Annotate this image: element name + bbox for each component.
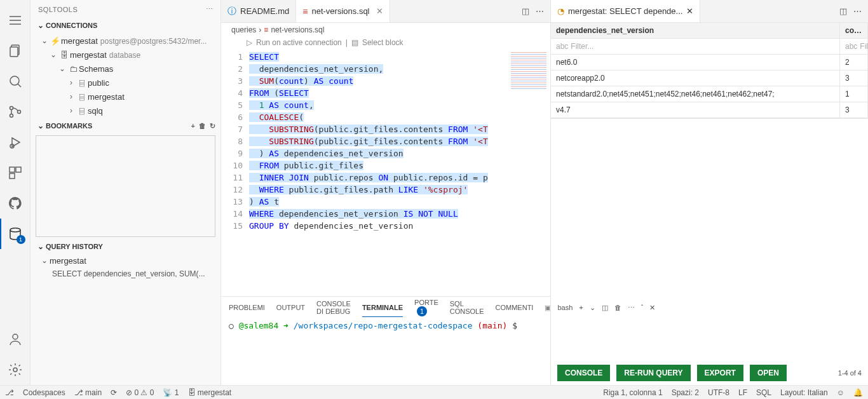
status-db[interactable]: 🗄 mergestat (188, 388, 232, 397)
sql-file-icon: ≡ (264, 25, 268, 34)
activity-bar: 1 (0, 0, 31, 385)
breadcrumb[interactable]: queries › ≡ net-versions.sql (221, 23, 550, 37)
chevron-down-icon: ⌄ (36, 21, 46, 30)
extensions-icon[interactable] (0, 158, 31, 188)
more-icon[interactable]: ⋯ (206, 5, 214, 13)
bookmarks-empty (36, 135, 215, 237)
tree-schema-sqlq[interactable]: › ⌸ sqlq (31, 104, 220, 118)
tree-connection[interactable]: ⌄ ⚡ mergestatpostgres@postgres:5432/mer.… (31, 34, 220, 48)
tab-sql-console[interactable]: SQL CONSOLE (450, 295, 484, 320)
tab-terminale[interactable]: TERMINALE (362, 299, 403, 317)
section-bookmarks[interactable]: ⌄ BOOKMARKS + 🗑 ↻ (31, 119, 220, 133)
svg-point-8 (10, 114, 13, 118)
tree-schema-public[interactable]: › ⌸ public (31, 76, 220, 90)
svg-rect-4 (10, 47, 18, 57)
db-result-icon: ◔ (557, 6, 564, 16)
chevron-down-icon: ⌄ (39, 36, 50, 45)
code-editor[interactable]: 123456789101112131415 SELECT dependencie… (221, 51, 550, 296)
tab-commenti[interactable]: COMMENTI (496, 299, 534, 316)
source-control-icon[interactable] (0, 97, 31, 127)
remote-icon[interactable]: ⎇ (5, 388, 14, 397)
filter-input-c1[interactable]: abcFilter... (551, 39, 840, 55)
status-cursor[interactable]: Riga 1, colonna 1 (603, 388, 662, 397)
play-icon[interactable]: ▷ (247, 38, 252, 47)
filter-icon: abc (845, 42, 857, 51)
close-icon[interactable]: ✕ (376, 6, 383, 16)
tab-porte[interactable]: PORTE1 (414, 299, 438, 316)
terminal-content[interactable]: ○ @salem84 ➜ /workspaces/repo-mergestat-… (221, 318, 550, 385)
run-connection-link[interactable]: Run on active connection (256, 38, 342, 47)
svg-rect-13 (16, 167, 21, 172)
select-block-icon[interactable]: ▤ (351, 38, 358, 47)
run-debug-icon[interactable] (0, 127, 31, 158)
tab-readme[interactable]: ⓘ README.md (221, 0, 296, 22)
search-icon[interactable] (0, 66, 31, 97)
more-icon[interactable]: ⋯ (536, 6, 544, 16)
query-history-item[interactable]: SELECT dependencies_net_version, SUM(... (31, 267, 220, 280)
tab-output[interactable]: OUTPUT (276, 299, 305, 316)
query-history-group[interactable]: ⌄ mergestat (31, 254, 220, 267)
tab-problemi[interactable]: PROBLEMI (229, 299, 265, 316)
row-count: 1-4 of 4 (838, 369, 862, 377)
porte-badge: 1 (417, 306, 427, 316)
status-codespaces[interactable]: Codespaces (23, 388, 65, 397)
group-icon: ⌸ (76, 92, 88, 102)
explorer-icon[interactable] (0, 36, 31, 66)
status-branch[interactable]: ⎇ main (74, 388, 102, 397)
split-editor-icon[interactable]: ◫ (522, 6, 529, 16)
export-button[interactable]: EXPORT (697, 365, 743, 381)
console-button[interactable]: CONSOLE (557, 365, 610, 381)
status-lang[interactable]: SQL (756, 388, 771, 397)
more-icon[interactable]: ⋯ (853, 6, 862, 16)
tab-debug-console[interactable]: CONSOLE DI DEBUG (316, 295, 351, 320)
svg-rect-14 (10, 173, 15, 179)
chevron-down-icon: ⌄ (39, 256, 50, 265)
status-layout[interactable]: Layout: Italian (780, 388, 828, 397)
table-row[interactable]: net6.0 2 (551, 55, 868, 71)
minimap[interactable] (511, 52, 546, 90)
status-problems[interactable]: ⊘ 0 ⚠ 0 (126, 388, 154, 397)
close-icon[interactable]: ✕ (686, 6, 693, 16)
editor-column: ⓘ README.md ≡ net-versions.sql ✕ ◫ ⋯ que… (221, 0, 550, 385)
status-encoding[interactable]: UTF-8 (708, 388, 729, 397)
section-query-history[interactable]: ⌄ QUERY HISTORY (31, 240, 220, 254)
trash-icon[interactable]: 🗑 (199, 122, 206, 130)
tab-net-versions[interactable]: ≡ net-versions.sql ✕ (296, 0, 390, 22)
code-content[interactable]: SELECT dependencies_net_version, SUM(cou… (249, 51, 550, 296)
tree-schemas[interactable]: ⌄ 🗀 Schemas (31, 62, 220, 76)
split-editor-icon[interactable]: ◫ (839, 6, 847, 16)
sqltools-icon[interactable]: 1 (0, 219, 31, 249)
svg-point-9 (17, 111, 20, 114)
chevron-down-icon: ⌄ (36, 242, 46, 251)
feedback-icon[interactable]: ☺ (837, 388, 844, 397)
add-icon[interactable]: + (191, 122, 195, 130)
tree-database[interactable]: ⌄ 🗄 mergestatdatabase (31, 48, 220, 62)
col-header-count[interactable]: count (840, 23, 868, 39)
sync-icon[interactable]: ⟳ (111, 388, 117, 397)
menu-icon[interactable] (0, 5, 31, 36)
select-block-link[interactable]: Select block (362, 38, 403, 47)
col-header-name[interactable]: dependencies_net_version (551, 23, 840, 39)
chevron-down-icon: ⌄ (48, 50, 58, 59)
rerun-button[interactable]: RE-RUN QUERY (616, 365, 690, 381)
chevron-down-icon: ⌄ (57, 64, 67, 73)
status-eol[interactable]: LF (738, 388, 747, 397)
account-icon[interactable] (0, 324, 31, 355)
status-ports[interactable]: 📡 1 (163, 388, 179, 397)
filter-input-c2[interactable]: abcFilt (840, 39, 868, 55)
table-row[interactable]: netcoreapp2.0 3 (551, 71, 868, 86)
tree-schema-mergestat[interactable]: › ⌸ mergestat (31, 90, 220, 104)
svg-point-15 (10, 228, 20, 232)
table-row[interactable]: v4.7 3 (551, 102, 868, 118)
table-row[interactable]: netstandard2.0;net45;net451;net452;net46… (551, 86, 868, 102)
editor-tabs: ⓘ README.md ≡ net-versions.sql ✕ ◫ ⋯ (221, 0, 550, 23)
settings-gear-icon[interactable] (0, 355, 31, 385)
bell-icon[interactable]: 🔔 (853, 388, 863, 397)
section-connections[interactable]: ⌄ CONNECTIONS (31, 18, 220, 32)
open-button[interactable]: OPEN (750, 365, 787, 381)
results-tab[interactable]: ◔ mergestat: SELECT depende... ✕ (551, 0, 700, 22)
refresh-icon[interactable]: ↻ (210, 122, 215, 130)
github-icon[interactable] (0, 188, 31, 219)
svg-line-6 (18, 84, 21, 87)
status-indent[interactable]: Spazi: 2 (672, 388, 699, 397)
